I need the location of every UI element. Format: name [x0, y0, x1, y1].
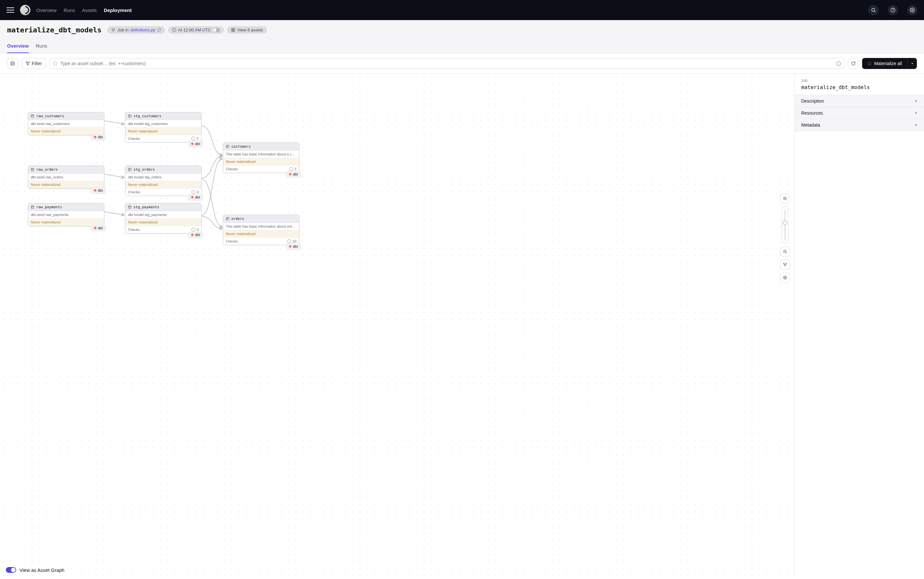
fit-view-button[interactable]	[780, 260, 790, 270]
dbt-badge: dbt	[91, 225, 106, 231]
svg-rect-12	[31, 168, 34, 171]
table-icon	[31, 168, 34, 171]
nav-deployment[interactable]: Deployment	[104, 7, 132, 13]
checks-count: 10	[287, 239, 297, 243]
node-desc: dbt model stg_orders	[125, 173, 201, 181]
asset-graph-canvas[interactable]: raw_customers dbt seed raw_customers Nev…	[0, 74, 795, 577]
dbt-badge: dbt	[188, 194, 203, 200]
side-panel-metadata[interactable]: Metadata	[795, 119, 924, 131]
node-desc: dbt model stg_customers	[125, 120, 201, 128]
nav-assets[interactable]: Assets	[82, 7, 97, 13]
asset-search[interactable]	[49, 58, 845, 69]
asset-node-stg-payments[interactable]: stg_payments dbt model stg_payments Neve…	[125, 203, 202, 234]
svg-rect-8	[232, 28, 235, 32]
checks-label: Checks	[128, 190, 140, 194]
asset-search-input[interactable]	[60, 61, 834, 66]
gear-icon[interactable]	[907, 5, 917, 15]
job-file-link[interactable]: definitions.py	[131, 28, 155, 33]
node-title: stg_customers	[133, 114, 161, 118]
materialize-dropdown[interactable]	[907, 58, 917, 69]
dbt-badge: dbt	[188, 141, 203, 147]
asset-node-raw-orders[interactable]: raw_orders dbt seed raw_orders Never mat…	[28, 165, 104, 189]
node-desc: dbt seed raw_orders	[28, 173, 104, 181]
checks-label: Checks	[128, 227, 140, 232]
job-in-label: Job in	[117, 28, 129, 33]
node-status: Never materialized	[125, 128, 201, 135]
svg-rect-11	[31, 114, 34, 117]
side-panel-resources[interactable]: Resources	[795, 107, 924, 119]
side-panel-label: Job	[801, 79, 917, 83]
asset-node-stg-customers[interactable]: stg_customers dbt model stg_customers Ne…	[125, 112, 202, 142]
graph-view-label: View as Asset Graph	[20, 568, 64, 573]
node-desc: dbt model stg_payments	[125, 211, 201, 219]
svg-point-23	[785, 265, 785, 266]
svg-rect-13	[31, 206, 34, 208]
job-icon	[111, 28, 115, 32]
menu-icon[interactable]	[7, 6, 14, 14]
zoom-out-button[interactable]	[780, 247, 790, 257]
checks-label: Checks	[226, 167, 238, 171]
table-icon	[128, 114, 131, 118]
filter-label: Filter	[32, 61, 42, 66]
help-icon[interactable]	[888, 5, 898, 15]
job-source-pill[interactable]: Job in definitions.py	[107, 26, 165, 34]
asset-node-stg-orders[interactable]: stg_orders dbt model stg_orders Never ma…	[125, 165, 202, 196]
asset-node-raw-payments[interactable]: raw_payments dbt seed raw_payments Never…	[28, 203, 104, 226]
node-title: orders	[231, 217, 244, 221]
view-assets-label: View 8 assets	[237, 28, 263, 33]
node-title: raw_orders	[36, 167, 58, 172]
side-panel-description[interactable]: Description	[795, 95, 924, 107]
schedule-toggle[interactable]	[213, 28, 220, 32]
nav-runs[interactable]: Runs	[64, 7, 75, 13]
svg-point-21	[783, 263, 784, 263]
subheader: materialize_dbt_models Job in definition…	[0, 20, 924, 54]
logo[interactable]	[20, 5, 30, 15]
svg-point-22	[786, 263, 786, 263]
sp-item-label: Metadata	[801, 123, 820, 128]
nav-links: Overview Runs Assets Deployment	[36, 7, 131, 13]
checks-count: 3	[192, 227, 198, 232]
tabs: Overview Runs	[7, 43, 917, 53]
zoom-slider[interactable]	[782, 207, 788, 244]
materialize-split-button: Materialize all	[862, 58, 917, 69]
node-desc: This table has basic information about o…	[223, 223, 299, 230]
materialize-all-button[interactable]: Materialize all	[862, 58, 907, 69]
asset-node-customers[interactable]: customers This table has basic informati…	[223, 142, 299, 173]
refresh-icon[interactable]	[157, 28, 161, 32]
node-title: raw_payments	[36, 205, 62, 209]
view-assets-pill[interactable]: View 8 assets	[227, 26, 267, 34]
checks-count: 2	[192, 137, 198, 141]
graph-view-toggle[interactable]	[6, 567, 16, 573]
side-panel-title: materialize_dbt_models	[801, 84, 917, 90]
svg-point-25	[784, 277, 786, 278]
reload-button[interactable]	[848, 58, 859, 69]
collapse-panel-button[interactable]	[7, 58, 18, 69]
svg-rect-17	[226, 145, 229, 148]
chevron-down-icon	[914, 123, 917, 127]
checks-count: 2	[289, 167, 297, 171]
node-desc: This table has basic information about a…	[223, 150, 299, 158]
side-panel-header: Job materialize_dbt_models	[795, 74, 924, 95]
node-status: Never materialized	[125, 181, 201, 188]
svg-point-5	[114, 28, 115, 29]
search-icon[interactable]	[868, 5, 879, 15]
table-icon	[128, 168, 131, 171]
tab-runs[interactable]: Runs	[36, 43, 47, 53]
chevron-right-icon	[914, 100, 917, 103]
schedule-pill[interactable]: At 12:00 AM UTC	[168, 26, 224, 34]
asset-node-raw-customers[interactable]: raw_customers dbt seed raw_customers Nev…	[28, 112, 104, 135]
edges	[0, 74, 795, 577]
asset-node-orders[interactable]: orders This table has basic information …	[223, 215, 299, 245]
svg-rect-18	[226, 217, 229, 220]
side-panel: Job materialize_dbt_models Description R…	[795, 74, 924, 577]
zoom-in-button[interactable]	[780, 194, 790, 203]
zoom-thumb[interactable]	[783, 221, 787, 225]
tab-overview[interactable]: Overview	[7, 43, 29, 53]
view-mode-bar: View as Asset Graph	[6, 567, 64, 573]
filter-button[interactable]: Filter	[21, 58, 46, 69]
center-view-button[interactable]	[780, 273, 790, 282]
info-icon[interactable]	[836, 61, 841, 66]
nav-overview[interactable]: Overview	[36, 7, 57, 13]
dbt-badge: dbt	[188, 232, 203, 238]
node-status: Never materialized	[125, 219, 201, 226]
